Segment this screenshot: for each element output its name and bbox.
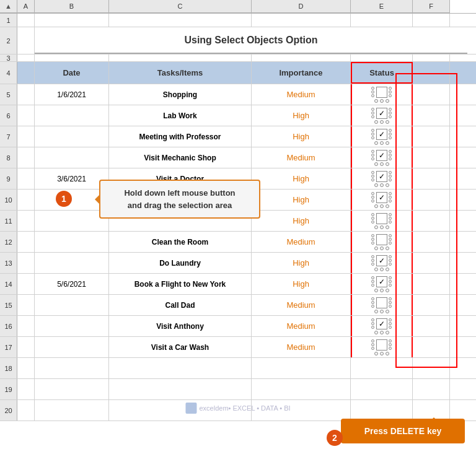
checkbox-15[interactable] (376, 297, 387, 308)
cell-17a[interactable] (17, 337, 35, 357)
cell-task-6[interactable]: Lab Work (109, 105, 252, 126)
cell-19a[interactable] (17, 379, 35, 399)
cell-date-8[interactable] (35, 147, 109, 168)
cell-5a[interactable] (17, 84, 35, 105)
cell-3b[interactable] (35, 54, 109, 61)
cell-6f[interactable] (413, 105, 450, 126)
cell-date-11[interactable] (35, 211, 109, 231)
cell-3f[interactable] (413, 54, 450, 61)
cell-6a[interactable] (17, 105, 35, 126)
cell-19f[interactable] (413, 379, 450, 399)
cell-date-15[interactable] (35, 295, 109, 315)
cell-18a[interactable] (17, 358, 35, 378)
checkbox-9[interactable]: ✓ (376, 171, 387, 182)
cell-status-6[interactable]: ✓ (351, 105, 413, 126)
cell-1d[interactable] (252, 14, 351, 27)
cell-3a[interactable] (17, 54, 35, 61)
cell-4f[interactable] (413, 62, 450, 84)
cell-task-14[interactable]: Book a Flight to New York (109, 274, 252, 294)
cell-13a[interactable] (17, 253, 35, 273)
cell-status-16[interactable]: ✓ (351, 316, 413, 336)
cell-importance-10[interactable]: High (252, 190, 351, 210)
cell-12a[interactable] (17, 232, 35, 252)
col-header-e[interactable]: E (351, 0, 413, 13)
checkbox-17[interactable] (376, 339, 387, 351)
cell-status-8[interactable]: ✓ (351, 147, 413, 168)
cell-task-15[interactable]: Call Dad (109, 295, 252, 315)
cell-20e[interactable] (351, 400, 413, 421)
cell-19e[interactable] (351, 379, 413, 399)
cell-date-6[interactable] (35, 105, 109, 126)
cell-task-8[interactable]: Visit Mechanic Shop (109, 147, 252, 168)
cell-5f[interactable] (413, 84, 450, 105)
cell-18d[interactable] (252, 358, 351, 378)
checkbox-6[interactable]: ✓ (376, 108, 387, 119)
cell-date-9[interactable]: 3/6/2021 (35, 168, 109, 189)
cell-importance-13[interactable]: High (252, 253, 351, 273)
cell-date-14[interactable]: 5/6/2021 (35, 274, 109, 294)
cell-importance-15[interactable]: Medium (252, 295, 351, 315)
cell-3d[interactable] (252, 54, 351, 61)
cell-18b[interactable] (35, 358, 109, 378)
cell-18c[interactable] (109, 358, 252, 378)
cell-importance-9[interactable]: High (252, 168, 351, 189)
cell-15a[interactable] (17, 295, 35, 315)
cell-1c[interactable] (109, 14, 252, 27)
cell-19b[interactable] (35, 379, 109, 399)
cell-task-12[interactable]: Clean the Room (109, 232, 252, 252)
cell-date-5[interactable]: 1/6/2021 (35, 84, 109, 105)
cell-status-10[interactable]: ✓ (351, 190, 413, 210)
cell-status-13[interactable]: ✓ (351, 253, 413, 273)
checkbox-12[interactable] (376, 234, 387, 245)
cell-importance-16[interactable]: Medium (252, 316, 351, 336)
cell-date-7[interactable] (35, 126, 109, 147)
cell-16f[interactable] (413, 316, 450, 336)
cell-4a[interactable] (17, 62, 35, 84)
cell-20b[interactable] (35, 400, 109, 421)
cell-19c[interactable] (109, 379, 252, 399)
cell-1f[interactable] (413, 14, 450, 27)
col-header-a[interactable]: A (17, 0, 35, 13)
cell-status-7[interactable]: ✓ (351, 126, 413, 147)
col-header-b[interactable]: B (35, 0, 109, 13)
cell-19d[interactable] (252, 379, 351, 399)
cell-11f[interactable] (413, 211, 450, 231)
cell-15f[interactable] (413, 295, 450, 315)
cell-task-17[interactable]: Visit a Car Wash (109, 337, 252, 357)
cell-status-5[interactable] (351, 84, 413, 105)
cell-1a[interactable] (17, 14, 35, 27)
checkbox-10[interactable]: ✓ (376, 192, 387, 203)
cell-18e[interactable] (351, 358, 413, 378)
cell-status-12[interactable] (351, 232, 413, 252)
cell-importance-5[interactable]: Medium (252, 84, 351, 105)
checkbox-14[interactable]: ✓ (376, 276, 387, 287)
checkbox-7[interactable]: ✓ (376, 129, 387, 140)
cell-20a[interactable] (17, 400, 35, 421)
cell-importance-17[interactable]: Medium (252, 337, 351, 357)
cell-9f[interactable] (413, 168, 450, 189)
cell-status-14[interactable]: ✓ (351, 274, 413, 294)
cell-17f[interactable] (413, 337, 450, 357)
cell-task-5[interactable]: Shopping (109, 84, 252, 105)
cell-status-9[interactable]: ✓ (351, 168, 413, 189)
cell-9a[interactable] (17, 168, 35, 189)
cell-importance-6[interactable]: High (252, 105, 351, 126)
cell-2a[interactable] (17, 27, 35, 54)
cell-11a[interactable] (17, 211, 35, 231)
col-header-f[interactable]: F (413, 0, 450, 13)
cell-7a[interactable] (17, 126, 35, 147)
cell-12f[interactable] (413, 232, 450, 252)
cell-importance-7[interactable]: High (252, 126, 351, 147)
checkbox-8[interactable]: ✓ (376, 150, 387, 161)
cell-1b[interactable] (35, 14, 109, 27)
checkbox-16[interactable]: ✓ (376, 318, 387, 329)
cell-importance-12[interactable]: Medium (252, 232, 351, 252)
cell-date-16[interactable] (35, 316, 109, 336)
cell-task-13[interactable]: Do Laundry (109, 253, 252, 273)
cell-importance-8[interactable]: Medium (252, 147, 351, 168)
cell-3e[interactable] (351, 54, 413, 61)
cell-1e[interactable] (351, 14, 413, 27)
cell-date-12[interactable] (35, 232, 109, 252)
cell-13f[interactable] (413, 253, 450, 273)
cell-14a[interactable] (17, 274, 35, 294)
